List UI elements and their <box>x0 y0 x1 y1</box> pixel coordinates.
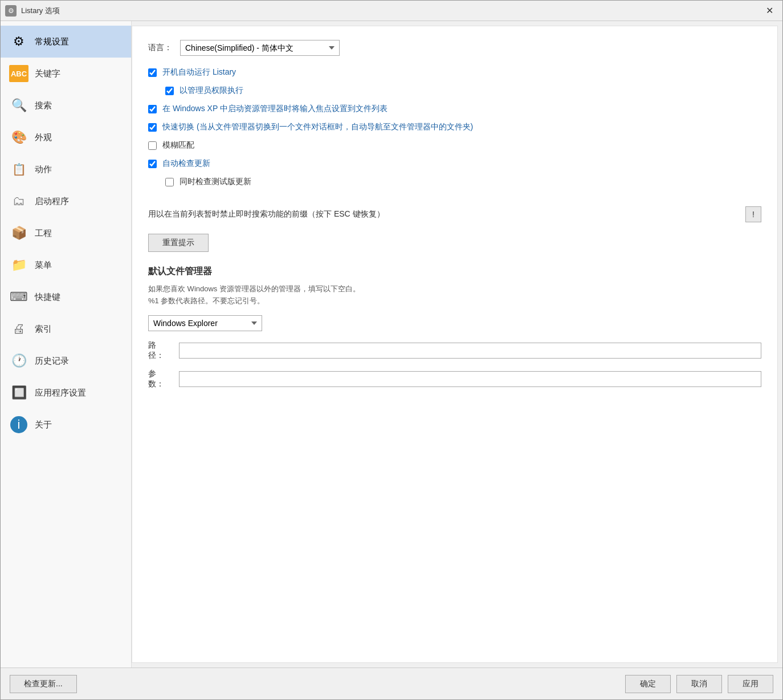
quickswitch-label[interactable]: 快速切换 (当从文件管理器切换到一个文件对话框时，自动导航至文件管理器中的文件夹… <box>162 122 473 132</box>
titlebar: ⚙ Listary 选项 ✕ <box>1 1 782 21</box>
index-icon: 🖨 <box>9 319 29 339</box>
quickswitch-row: 快速切换 (当从文件管理器切换到一个文件对话框时，自动导航至文件管理器中的文件夹… <box>148 122 761 132</box>
fuzzy-checkbox[interactable] <box>148 141 157 150</box>
sidebar-item-keyword[interactable]: ABC 关键字 <box>1 58 131 89</box>
sidebar-item-startup[interactable]: 🗂 启动程序 <box>1 185 131 217</box>
appset-icon: 🔲 <box>9 382 29 403</box>
ok-button[interactable]: 确定 <box>625 675 671 693</box>
footer-left: 检查更新... <box>10 675 625 693</box>
sidebar-item-appset[interactable]: 🔲 应用程序设置 <box>1 377 131 409</box>
winxp-row: 在 Windows XP 中启动资源管理器时将输入焦点设置到文件列表 <box>148 104 761 114</box>
fuzzy-row: 模糊匹配 <box>148 140 761 150</box>
sidebar-label-project: 工程 <box>35 228 52 239</box>
sidebar-label-general: 常规设置 <box>35 36 69 47</box>
sidebar-item-hotkey[interactable]: ⌨ 快捷键 <box>1 281 131 313</box>
suppress-row: 用以在当前列表暂时禁止即时搜索功能的前缀（按下 ESC 键恢复） ! <box>148 206 761 222</box>
sidebar-label-appset: 应用程序设置 <box>35 388 86 398</box>
path-label: 路径： <box>148 340 171 361</box>
suppress-text: 用以在当前列表暂时禁止即时搜索功能的前缀（按下 ESC 键恢复） <box>148 209 739 219</box>
autoupdate-checkbox[interactable] <box>148 160 157 168</box>
params-label: 参数： <box>148 369 171 389</box>
autoupdate-label[interactable]: 自动检查更新 <box>162 158 210 169</box>
admin-row: 以管理员权限执行 <box>148 86 761 96</box>
app-icon: ⚙ <box>5 5 17 17</box>
betaupdate-checkbox[interactable] <box>165 178 174 186</box>
sidebar-item-search[interactable]: 🔍 搜索 <box>1 89 131 121</box>
language-select[interactable]: Chinese(Simplified) - 简体中文 English Japan… <box>180 40 340 56</box>
cancel-button[interactable]: 取消 <box>676 675 722 693</box>
sidebar-label-actions: 动作 <box>35 164 52 175</box>
palette-icon: 🎨 <box>9 127 29 148</box>
footer: 检查更新... 确定 取消 应用 <box>1 668 782 699</box>
startup-icon: 🗂 <box>9 191 29 211</box>
apply-button[interactable]: 应用 <box>728 675 773 693</box>
menu-icon: 📁 <box>9 255 29 275</box>
history-icon: 🕐 <box>9 351 29 371</box>
autostart-label[interactable]: 开机自动运行 Listary <box>162 67 236 78</box>
autoupdate-row: 自动检查更新 <box>148 158 761 169</box>
sidebar-label-index: 索引 <box>35 324 52 335</box>
sidebar-item-actions[interactable]: 📋 动作 <box>1 153 131 185</box>
file-manager-select[interactable]: Windows Explorer <box>148 315 262 331</box>
sidebar-label-keyword: 关键字 <box>35 68 60 79</box>
search-icon: 🔍 <box>9 95 29 116</box>
sidebar-item-about[interactable]: i 关于 <box>1 409 131 441</box>
abc-icon: ABC <box>9 63 29 84</box>
project-icon: 📦 <box>9 223 29 243</box>
check-update-button[interactable]: 检查更新... <box>10 675 77 693</box>
autostart-row: 开机自动运行 Listary <box>148 67 761 78</box>
sidebar-item-appearance[interactable]: 🎨 外观 <box>1 121 131 153</box>
main-content: ⚙ 常规设置 ABC 关键字 🔍 搜索 🎨 外观 📋 动作 <box>1 21 782 668</box>
actions-icon: 📋 <box>9 159 29 180</box>
file-manager-desc: 如果您喜欢 Windows 资源管理器以外的管理器，填写以下空白。 %1 参数代… <box>148 283 761 307</box>
reset-button[interactable]: 重置提示 <box>148 234 209 252</box>
footer-right: 确定 取消 应用 <box>625 675 773 693</box>
sidebar-label-menu: 菜单 <box>35 260 52 271</box>
sidebar-label-history: 历史记录 <box>35 356 69 367</box>
winxp-checkbox[interactable] <box>148 105 157 113</box>
winxp-label[interactable]: 在 Windows XP 中启动资源管理器时将输入焦点设置到文件列表 <box>162 104 388 114</box>
fuzzy-label[interactable]: 模糊匹配 <box>162 140 194 150</box>
main-window: ⚙ Listary 选项 ✕ ⚙ 常规设置 ABC 关键字 🔍 搜索 <box>0 0 783 700</box>
path-input[interactable] <box>179 343 761 359</box>
path-row: 路径： <box>148 340 761 361</box>
language-label: 语言： <box>148 43 172 53</box>
quickswitch-checkbox[interactable] <box>148 123 157 132</box>
sidebar-item-history[interactable]: 🕐 历史记录 <box>1 345 131 377</box>
sidebar-item-project[interactable]: 📦 工程 <box>1 217 131 249</box>
betaupdate-row: 同时检查测试版更新 <box>148 177 761 187</box>
window-title: Listary 选项 <box>21 6 761 16</box>
gear-icon: ⚙ <box>9 31 29 52</box>
close-button[interactable]: ✕ <box>761 2 778 19</box>
admin-label[interactable]: 以管理员权限执行 <box>180 86 243 96</box>
sidebar-label-startup: 启动程序 <box>35 196 69 207</box>
file-manager-title: 默认文件管理器 <box>148 266 761 278</box>
sidebar-label-about: 关于 <box>35 420 52 430</box>
betaupdate-label[interactable]: 同时检查测试版更新 <box>180 177 251 187</box>
hotkey-icon: ⌨ <box>9 287 29 307</box>
sidebar-item-general[interactable]: ⚙ 常规设置 <box>1 26 131 58</box>
about-icon: i <box>9 414 29 435</box>
sidebar-label-hotkey: 快捷键 <box>35 292 60 303</box>
content-area: 语言： Chinese(Simplified) - 简体中文 English J… <box>132 26 778 663</box>
sidebar: ⚙ 常规设置 ABC 关键字 🔍 搜索 🎨 外观 📋 动作 <box>1 21 132 668</box>
params-row: 参数： <box>148 369 761 389</box>
params-input[interactable] <box>179 371 761 387</box>
sidebar-label-appearance: 外观 <box>35 132 52 143</box>
admin-checkbox[interactable] <box>165 87 174 95</box>
sidebar-item-index[interactable]: 🖨 索引 <box>1 313 131 345</box>
suppress-button[interactable]: ! <box>745 206 761 222</box>
sidebar-label-search: 搜索 <box>35 100 52 111</box>
sidebar-item-menu[interactable]: 📁 菜单 <box>1 249 131 281</box>
language-row: 语言： Chinese(Simplified) - 简体中文 English J… <box>148 40 761 56</box>
autostart-checkbox[interactable] <box>148 68 157 77</box>
